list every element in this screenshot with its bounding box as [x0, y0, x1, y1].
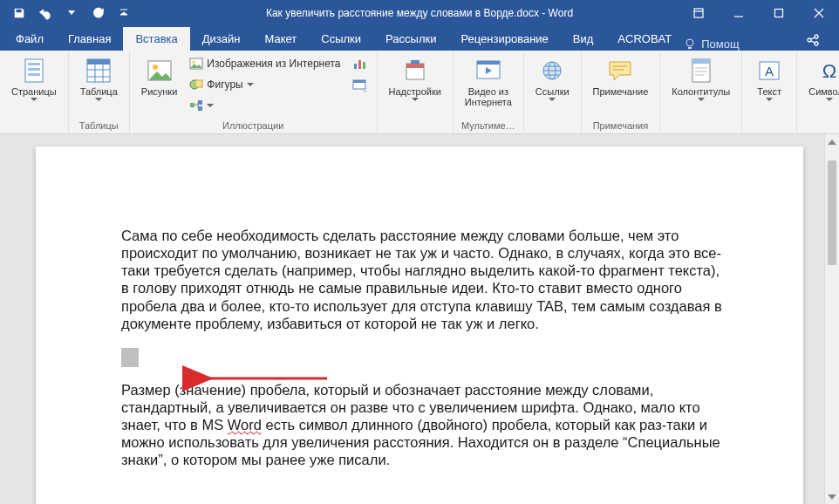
qat-customize[interactable]: [112, 3, 136, 24]
save-button[interactable]: [7, 3, 31, 24]
chevron-down-icon: [95, 98, 102, 101]
symbols-label: Символы: [808, 86, 839, 97]
svg-rect-20: [198, 106, 202, 111]
scroll-down-button[interactable]: [825, 489, 839, 504]
ribbon-tabs: Файл Главная Вставка Дизайн Макет Ссылки…: [0, 26, 839, 51]
undo-dropdown[interactable]: [59, 3, 84, 24]
addins-button[interactable]: Надстройки: [385, 54, 446, 104]
text-button[interactable]: A Текст: [749, 54, 789, 104]
group-comments: Примечание Примечания: [582, 51, 661, 133]
undo-button[interactable]: [33, 3, 58, 24]
group-label: [7, 131, 61, 132]
tab-acrobat[interactable]: ACROBAT: [605, 27, 684, 51]
online-pictures-button[interactable]: Изображения из Интернета: [185, 54, 344, 73]
chevron-down-icon: [247, 83, 254, 86]
comment-label: Примечание: [593, 86, 649, 97]
pages-label: Страницы: [11, 86, 57, 97]
tab-design[interactable]: Дизайн: [190, 27, 253, 51]
screenshot-icon: [352, 78, 366, 92]
svg-point-4: [815, 35, 818, 38]
group-label: Мультиме…: [460, 120, 516, 132]
tab-insert[interactable]: Вставка: [123, 27, 189, 51]
chevron-down-icon: [766, 98, 773, 101]
group-symbols: Ω Символы: [797, 51, 839, 133]
group-label: [385, 131, 446, 132]
textbox-icon: A: [755, 57, 783, 85]
addins-label: Надстройки: [389, 86, 441, 97]
table-button[interactable]: Таблица: [76, 54, 122, 104]
minimize-button[interactable]: [719, 0, 759, 26]
svg-point-13: [153, 65, 158, 70]
pictures-button[interactable]: Рисунки: [137, 54, 182, 99]
svg-rect-34: [692, 59, 710, 64]
redo-button[interactable]: [85, 3, 110, 24]
document-page[interactable]: Сама по себе необходимость сделать расст…: [36, 146, 803, 504]
ribbon-display-options[interactable]: [679, 0, 719, 26]
svg-rect-1: [775, 10, 783, 17]
group-header-footer: Колонтитулы: [660, 51, 742, 133]
spellcheck-word[interactable]: Word: [228, 417, 262, 432]
group-label: Иллюстрации: [137, 120, 370, 132]
svg-rect-23: [363, 62, 365, 69]
online-video-button[interactable]: Видео из Интернета: [460, 54, 516, 110]
video-label: Видео из Интернета: [465, 86, 512, 107]
window-title: Как увеличить расстояние между словами в…: [266, 7, 573, 19]
shapes-icon: [189, 78, 203, 92]
pictures-label: Рисунки: [141, 86, 178, 97]
svg-rect-27: [406, 64, 424, 68]
svg-point-2: [686, 39, 693, 46]
svg-rect-18: [190, 103, 194, 107]
group-text: A Текст: [742, 51, 797, 133]
tab-references[interactable]: Ссылки: [309, 27, 373, 51]
share-button[interactable]: [795, 30, 830, 51]
svg-rect-30: [477, 61, 500, 65]
online-pictures-icon: [189, 57, 203, 71]
comment-button[interactable]: Примечание: [589, 54, 653, 99]
lightbulb-icon: [684, 38, 696, 51]
svg-rect-7: [28, 63, 40, 65]
maximize-button[interactable]: [759, 0, 799, 26]
svg-rect-25: [353, 80, 365, 83]
scroll-up-button[interactable]: [825, 134, 839, 149]
group-addins: Надстройки: [378, 51, 454, 133]
chart-button[interactable]: [349, 54, 370, 73]
header-footer-button[interactable]: Колонтитулы: [667, 54, 734, 104]
comment-icon: [606, 57, 634, 85]
paragraph[interactable]: Размер (значение) пробела, который и обо…: [121, 381, 725, 469]
pages-button[interactable]: Страницы: [7, 54, 61, 104]
vertical-scrollbar[interactable]: [824, 134, 839, 504]
selected-space[interactable]: [121, 348, 139, 367]
symbols-button[interactable]: Ω Символы: [804, 54, 839, 104]
tab-layout[interactable]: Макет: [252, 27, 309, 51]
group-label: [667, 131, 734, 132]
pictures-icon: [146, 57, 174, 85]
header-footer-label: Колонтитулы: [672, 86, 730, 97]
scroll-thumb[interactable]: [828, 160, 836, 265]
paragraph[interactable]: Сама по себе необходимость сделать расст…: [121, 227, 725, 332]
tab-mailings[interactable]: Рассылки: [373, 27, 448, 51]
svg-rect-8: [28, 68, 40, 71]
svg-rect-21: [354, 64, 357, 69]
svg-point-5: [815, 42, 818, 45]
paragraph-selection[interactable]: [121, 348, 725, 367]
shapes-button[interactable]: Фигуры: [185, 75, 344, 94]
chevron-down-icon: [412, 98, 419, 101]
group-label: Таблицы: [76, 120, 122, 132]
group-label: [531, 131, 574, 132]
group-illustrations: Рисунки Изображения из Интернета Фигуры: [130, 51, 378, 133]
smartart-button[interactable]: [185, 96, 344, 115]
tab-file[interactable]: Файл: [3, 27, 56, 51]
tab-view[interactable]: Вид: [561, 27, 606, 51]
tab-review[interactable]: Рецензирование: [448, 27, 560, 51]
pages-icon: [20, 57, 48, 85]
group-label: [804, 131, 839, 132]
svg-rect-19: [198, 100, 202, 105]
link-icon: [538, 57, 566, 85]
title-bar: Как увеличить расстояние между словами в…: [0, 0, 839, 26]
tab-home[interactable]: Главная: [56, 27, 123, 51]
svg-point-15: [193, 61, 195, 64]
online-pictures-label: Изображения из Интернета: [207, 58, 340, 70]
screenshot-button[interactable]: [349, 75, 370, 94]
close-button[interactable]: [799, 0, 839, 26]
links-button[interactable]: Ссылки: [531, 54, 574, 104]
